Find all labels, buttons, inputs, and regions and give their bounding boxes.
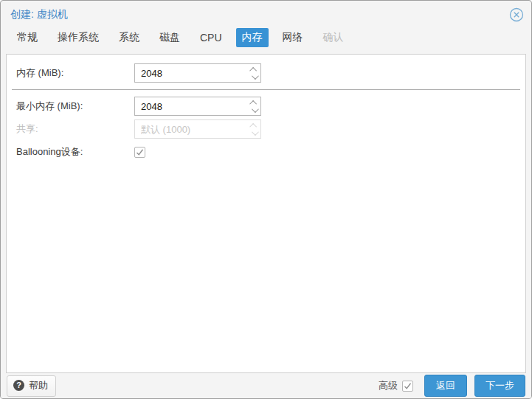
- dialog-footer: ? 帮助 高级 返回 下一步: [1, 373, 531, 398]
- min-memory-input[interactable]: [134, 97, 261, 116]
- shares-spinner-field: [134, 119, 261, 139]
- tab-cpu[interactable]: CPU: [194, 29, 228, 46]
- shares-field-label: 共享:: [12, 122, 134, 136]
- shares-field-row: 共享:: [12, 119, 520, 139]
- tab-confirm: 确认: [317, 28, 350, 47]
- ballooning-checkbox[interactable]: [134, 147, 145, 158]
- advanced-section-divider: [12, 89, 520, 90]
- memory-spinner-buttons[interactable]: [246, 63, 261, 83]
- min-memory-spinner-field: [134, 97, 261, 116]
- help-button-label: 帮助: [29, 379, 48, 392]
- tab-disks[interactable]: 磁盘: [153, 28, 186, 47]
- tab-general[interactable]: 常规: [11, 28, 44, 47]
- tab-os[interactable]: 操作系统: [52, 28, 105, 47]
- wizard-tabbar: 常规 操作系统 系统 磁盘 CPU 内存 网络 确认: [1, 23, 531, 54]
- checkmark-icon: [404, 382, 412, 390]
- question-mark-icon: ?: [13, 380, 24, 391]
- memory-form-panel: 内存 (MiB): 最小内存 (MiB): 共享:: [6, 54, 526, 373]
- memory-spinner-field: [134, 63, 261, 83]
- advanced-checkbox-label: 高级: [379, 379, 398, 392]
- help-button[interactable]: ? 帮助: [7, 375, 56, 397]
- create-vm-dialog: 创建: 虚拟机 常规 操作系统 系统 磁盘 CPU 内存 网络 确认 内存 (M…: [0, 0, 532, 399]
- dialog-title: 创建: 虚拟机: [10, 8, 68, 20]
- memory-input[interactable]: [134, 63, 261, 83]
- shares-input: [134, 119, 261, 139]
- memory-field-label: 内存 (MiB):: [12, 66, 134, 80]
- memory-field-row: 内存 (MiB):: [12, 63, 520, 83]
- checkmark-icon: [136, 148, 144, 156]
- ballooning-field-row: Ballooning设备:: [12, 142, 520, 162]
- close-icon[interactable]: [509, 7, 524, 22]
- ballooning-field-label: Ballooning设备:: [12, 145, 134, 159]
- circled-x-glyph: [509, 7, 524, 22]
- shares-spinner-buttons: [246, 119, 261, 139]
- dialog-header: 创建: 虚拟机: [1, 1, 531, 23]
- back-button[interactable]: 返回: [424, 375, 467, 397]
- tab-system[interactable]: 系统: [113, 28, 145, 47]
- tab-memory[interactable]: 内存: [236, 28, 269, 47]
- min-memory-spinner-buttons[interactable]: [246, 97, 261, 116]
- tab-network[interactable]: 网络: [277, 28, 309, 47]
- next-button[interactable]: 下一步: [474, 375, 525, 397]
- advanced-checkbox[interactable]: [402, 381, 413, 392]
- min-memory-field-row: 最小内存 (MiB):: [12, 97, 520, 116]
- min-memory-field-label: 最小内存 (MiB):: [12, 100, 134, 113]
